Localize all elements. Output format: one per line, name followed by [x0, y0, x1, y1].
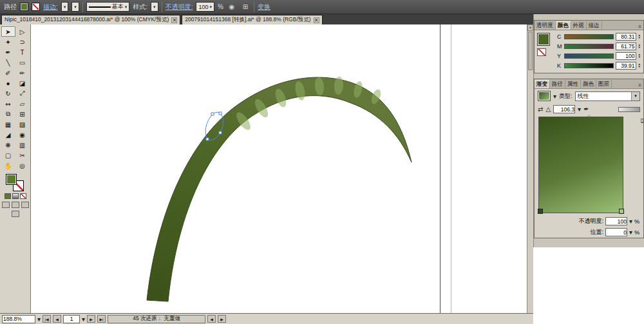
status-scroll-right-button[interactable]: ▶	[218, 315, 226, 323]
pencil-tool[interactable]: ✏	[15, 68, 30, 78]
artboard-canvas[interactable]	[31, 24, 527, 313]
yellow-value-field[interactable]	[616, 52, 636, 60]
angle-field[interactable]	[553, 105, 575, 113]
gradient-stop-start[interactable]	[538, 209, 543, 214]
black-slider[interactable]	[564, 63, 614, 68]
tab-gradient[interactable]: 渐变	[535, 80, 550, 88]
panel-menu-icon[interactable]: ≡	[636, 24, 643, 30]
color-button[interactable]	[5, 193, 11, 199]
fill-color-swatch[interactable]	[20, 3, 28, 11]
stroke-weight-dropdown[interactable]: ▾	[61, 2, 69, 12]
draw-inside-button[interactable]	[21, 202, 29, 208]
tab-appearance[interactable]: 外观	[571, 21, 587, 30]
tab-layers[interactable]: 图层	[596, 80, 612, 88]
gradient-position-field[interactable]	[605, 228, 627, 236]
zoom-tool[interactable]: ◎	[15, 160, 30, 171]
gradient-button[interactable]	[12, 193, 19, 199]
cyan-spinner[interactable]: ▲▼	[638, 34, 641, 39]
brush-definition-dropdown[interactable]: 基本 ▾	[86, 2, 130, 12]
scale-tool[interactable]: ⤢	[15, 88, 30, 99]
chevron-down-icon[interactable]: ▾	[629, 229, 632, 236]
gradient-stroke-icon[interactable]: ✒	[583, 106, 589, 113]
none-button[interactable]	[20, 193, 26, 199]
blend-tool[interactable]: ◉	[15, 129, 30, 140]
vertical-scrollbar[interactable]: ▲	[527, 24, 533, 313]
scroll-up-icon[interactable]: ▲	[527, 24, 533, 31]
chevron-down-icon[interactable]: ▾	[37, 316, 41, 323]
perspective-grid-tool[interactable]: ⊞	[15, 109, 30, 119]
width-tool[interactable]: ↭	[1, 99, 15, 109]
chevron-down-icon[interactable]: ▾	[82, 316, 85, 323]
lasso-tool[interactable]: ⊃	[15, 37, 30, 47]
cyan-value-field[interactable]	[616, 33, 636, 41]
transform-link[interactable]: 变换	[258, 3, 270, 12]
rectangle-tool[interactable]: ▭	[15, 57, 30, 68]
gradient-midpoint-icon[interactable]: ◇	[587, 114, 591, 119]
close-icon[interactable]: ✕	[171, 17, 177, 23]
style-dropdown[interactable]: ▾	[151, 2, 158, 12]
pen-tool[interactable]: ✒	[1, 47, 15, 57]
gradient-stop-end[interactable]	[619, 209, 624, 214]
tab-transparency[interactable]: 透明度	[535, 21, 556, 30]
black-spinner[interactable]: ▲▼	[638, 63, 641, 68]
draw-behind-button[interactable]	[12, 202, 19, 208]
artboard-tool[interactable]: ▢	[1, 150, 15, 160]
stroke-link[interactable]: 描边:	[43, 3, 58, 12]
variable-width-dropdown[interactable]: ▾	[71, 2, 79, 12]
scrollbar-thumb[interactable]	[528, 32, 533, 70]
page-number-field[interactable]	[63, 315, 80, 323]
tab-color[interactable]: 颜色	[581, 80, 596, 88]
gradient-preview[interactable]	[538, 117, 623, 213]
tab-stroke[interactable]: 描边	[587, 21, 602, 30]
eyedropper-tool[interactable]: ◢	[1, 129, 15, 140]
line-segment-tool[interactable]: ╲	[1, 57, 15, 68]
blob-brush-tool[interactable]: ●	[1, 78, 15, 88]
gradient-tool[interactable]: ▨	[15, 119, 30, 129]
tab-attributes[interactable]: 属性	[565, 80, 581, 88]
mesh-tool[interactable]: ▦	[1, 119, 15, 129]
magic-wand-tool[interactable]: ✦	[1, 37, 15, 47]
history-status[interactable]: 45 次还原： 无重做	[108, 315, 205, 323]
tab-color[interactable]: 颜色	[556, 21, 571, 30]
close-icon[interactable]: ✕	[314, 17, 319, 23]
reverse-gradient-icon[interactable]: ⇄	[538, 106, 543, 113]
document-tab[interactable]: 200791014151368 [转换].ai* @ 188.8% (RGB/预…	[182, 15, 322, 24]
stroke-color-swatch[interactable]	[32, 3, 40, 11]
opacity-link[interactable]: 不透明度:	[166, 3, 193, 12]
screen-mode-button[interactable]	[12, 211, 19, 217]
type-tool[interactable]: T	[15, 47, 30, 57]
zoom-level-field[interactable]	[2, 315, 35, 323]
prev-page-button[interactable]: ◀	[53, 315, 61, 323]
magenta-spinner[interactable]: ▲▼	[638, 44, 641, 49]
free-transform-tool[interactable]: ▱	[15, 99, 30, 109]
opacity-dropdown[interactable]: 100 ▾	[196, 2, 214, 12]
panel-menu-icon[interactable]: ≡	[636, 82, 643, 88]
magenta-value-field[interactable]	[616, 43, 636, 50]
next-page-button[interactable]: ▶	[87, 315, 95, 323]
mask-icon[interactable]: ◉	[227, 2, 237, 12]
chevron-down-icon[interactable]: ▾	[629, 218, 632, 225]
delete-stop-icon[interactable]: ⌦	[640, 118, 644, 124]
slice-tool[interactable]: ✂	[15, 150, 30, 160]
last-page-button[interactable]: ▶|	[97, 315, 106, 323]
chevron-down-icon[interactable]: ▾	[553, 93, 556, 100]
status-scroll-left-button[interactable]: ◀	[207, 315, 216, 323]
hand-tool[interactable]: ✋	[1, 160, 15, 171]
symbol-sprayer-tool[interactable]: ❋	[1, 140, 15, 150]
eraser-tool[interactable]: ◪	[15, 78, 30, 88]
gradient-opacity-field[interactable]	[605, 217, 627, 225]
chevron-down-icon[interactable]: ▾	[578, 106, 581, 113]
gradient-thumbnail[interactable]	[538, 91, 551, 101]
magenta-slider[interactable]	[564, 44, 614, 49]
paintbrush-tool[interactable]: ✐	[1, 68, 15, 78]
black-value-field[interactable]	[616, 62, 636, 70]
current-stroke-swatch[interactable]	[537, 48, 546, 56]
tab-pathfinder[interactable]: 路径	[550, 80, 565, 88]
draw-normal-button[interactable]	[2, 202, 10, 208]
shape-builder-tool[interactable]: ⧉	[1, 109, 15, 119]
first-page-button[interactable]: |◀	[43, 315, 51, 323]
direct-selection-tool[interactable]: ▷	[15, 26, 30, 37]
leaf-artwork[interactable]	[147, 77, 412, 301]
fill-swatch[interactable]	[6, 174, 17, 185]
document-tab[interactable]: Nipic_1018410_20131203144416878000.ai* @…	[1, 15, 180, 24]
